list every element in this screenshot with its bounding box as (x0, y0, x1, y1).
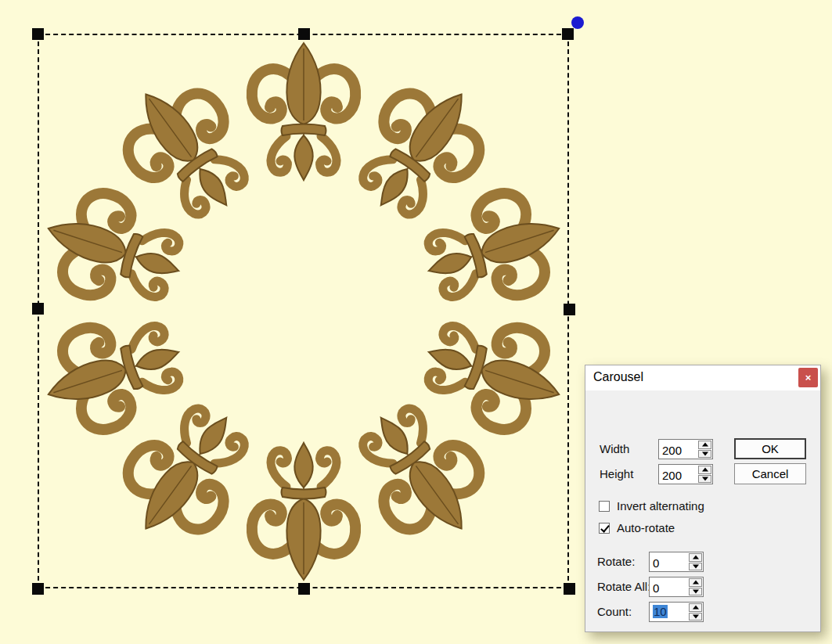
auto-rotate-checkbox[interactable] (599, 523, 610, 534)
rotate-all-spin-up-icon[interactable] (689, 578, 702, 587)
dialog-title: Carousel (593, 370, 643, 384)
selection-handle-top-right[interactable] (562, 28, 574, 40)
width-spin-down-icon[interactable] (698, 450, 711, 459)
width-field (658, 439, 713, 459)
selection-handle-bottom-middle[interactable] (298, 583, 310, 595)
rotate-all-input[interactable] (650, 577, 688, 596)
selection-handle-top-middle[interactable] (298, 28, 310, 40)
rotate-all-spin-down-icon[interactable] (689, 588, 702, 596)
count-selected-text: 10 (653, 605, 668, 618)
selection-handle-bottom-left[interactable] (32, 583, 44, 595)
auto-rotate-label: Auto-rotate (617, 521, 675, 534)
height-spin-down-icon[interactable] (698, 475, 711, 484)
rotate-input[interactable] (650, 552, 688, 571)
height-spin-up-icon[interactable] (698, 466, 711, 474)
height-field (658, 464, 713, 484)
invert-alternating-label: Invert alternating (617, 499, 704, 513)
rotate-all-spinner (688, 577, 703, 596)
rotate-all-field (649, 577, 704, 597)
rotate-all-label: Rotate All: (597, 580, 650, 593)
dialog-titlebar[interactable]: Carousel × (585, 365, 820, 390)
count-spin-up-icon[interactable] (689, 603, 702, 612)
width-spinner (697, 440, 712, 459)
selection-box[interactable] (38, 34, 569, 588)
height-input[interactable] (659, 465, 697, 484)
count-spinner (688, 603, 703, 621)
width-label: Width (600, 442, 629, 455)
count-label: Count: (597, 605, 632, 618)
width-input[interactable] (659, 440, 697, 459)
rotate-field (649, 552, 704, 572)
selection-handle-top-left[interactable] (32, 28, 44, 40)
selection-handle-middle-right[interactable] (564, 304, 575, 315)
rotate-label: Rotate: (597, 555, 635, 568)
rotate-spinner (688, 552, 703, 571)
ok-button[interactable]: OK (734, 438, 806, 459)
selection-handle-middle-left[interactable] (32, 303, 44, 315)
selection-handle-bottom-right[interactable] (564, 583, 575, 595)
height-label: Height (600, 467, 633, 480)
count-spin-down-icon[interactable] (689, 613, 702, 621)
close-icon[interactable]: × (798, 368, 818, 387)
rotate-spin-up-icon[interactable] (689, 553, 702, 562)
carousel-dialog: Carousel × Width OK Height Cancel Invert… (585, 365, 821, 632)
dialog-body: Width OK Height Cancel Invert alternatin… (585, 390, 820, 633)
invert-alternating-row: Invert alternating (599, 499, 704, 513)
rotation-handle[interactable] (571, 16, 584, 29)
auto-rotate-row: Auto-rotate (599, 521, 675, 534)
count-input[interactable]: 10 (650, 603, 688, 621)
height-spinner (697, 465, 712, 484)
invert-alternating-checkbox[interactable] (599, 501, 610, 512)
cancel-button[interactable]: Cancel (734, 463, 806, 484)
count-field: 10 (649, 602, 704, 622)
width-spin-up-icon[interactable] (698, 441, 711, 449)
rotate-spin-down-icon[interactable] (689, 563, 702, 571)
